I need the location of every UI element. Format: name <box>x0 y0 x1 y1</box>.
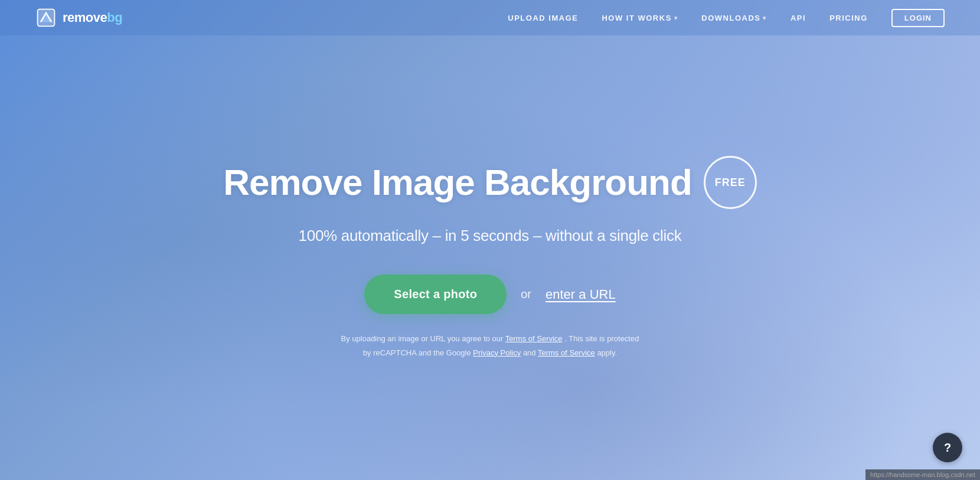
how-it-works-link[interactable]: HOW IT WORKS ▾ <box>602 14 678 22</box>
chevron-down-icon: ▾ <box>763 15 767 21</box>
logo-bg: bg <box>107 10 122 25</box>
or-text: or <box>521 288 531 301</box>
login-button[interactable]: LOGIN <box>891 9 945 27</box>
select-photo-button[interactable]: Select a photo <box>364 275 507 314</box>
cta-row: Select a photo or enter a URL <box>364 275 615 314</box>
url-bar: https://handsome-man.blog.csdn.net <box>865 469 980 480</box>
nav-links: UPLOAD IMAGE HOW IT WORKS ▾ DOWNLOADS ▾ … <box>508 9 945 27</box>
disclaimer: By uploading an image or URL you agree t… <box>341 332 639 360</box>
logo[interactable]: remove bg <box>35 7 122 28</box>
disclaimer-text-2: . This site is protected <box>564 334 639 343</box>
terms-of-service-link-1[interactable]: Terms of Service <box>505 334 563 343</box>
disclaimer-text-3: by reCAPTCHA and the Google <box>363 348 471 357</box>
logo-remove: remove <box>63 10 107 25</box>
pricing-link[interactable]: PRICING <box>829 14 868 22</box>
api-link[interactable]: API <box>790 14 806 22</box>
nav-item-pricing[interactable]: PRICING <box>829 14 868 22</box>
terms-of-service-link-2[interactable]: Terms of Service <box>538 348 595 357</box>
hero-title-wrapper: Remove Image Background FREE <box>223 156 757 209</box>
nav-item-upload[interactable]: UPLOAD IMAGE <box>508 14 578 22</box>
logo-text: remove bg <box>63 10 122 25</box>
disclaimer-text-1: By uploading an image or URL you agree t… <box>341 334 504 343</box>
upload-image-link[interactable]: UPLOAD IMAGE <box>508 14 578 22</box>
nav-item-how-it-works[interactable]: HOW IT WORKS ▾ <box>602 14 678 22</box>
and-text: and <box>523 348 538 357</box>
chevron-down-icon: ▾ <box>674 15 678 21</box>
nav-item-api[interactable]: API <box>790 14 806 22</box>
navbar: remove bg UPLOAD IMAGE HOW IT WORKS ▾ DO… <box>0 0 980 35</box>
apply-text: apply. <box>597 348 617 357</box>
help-button[interactable]: ? <box>933 433 962 462</box>
enter-url-link[interactable]: enter a URL <box>545 287 616 302</box>
hero-subtitle: 100% automatically – in 5 seconds – with… <box>299 227 682 245</box>
nav-item-downloads[interactable]: DOWNLOADS ▾ <box>701 14 767 22</box>
privacy-policy-link[interactable]: Privacy Policy <box>473 348 521 357</box>
nav-item-login[interactable]: LOGIN <box>891 9 945 27</box>
logo-icon <box>35 7 57 28</box>
downloads-link[interactable]: DOWNLOADS ▾ <box>701 14 767 22</box>
free-badge: FREE <box>704 156 757 209</box>
main-content: Remove Image Background FREE 100% automa… <box>0 35 980 480</box>
hero-title: Remove Image Background <box>223 162 692 203</box>
